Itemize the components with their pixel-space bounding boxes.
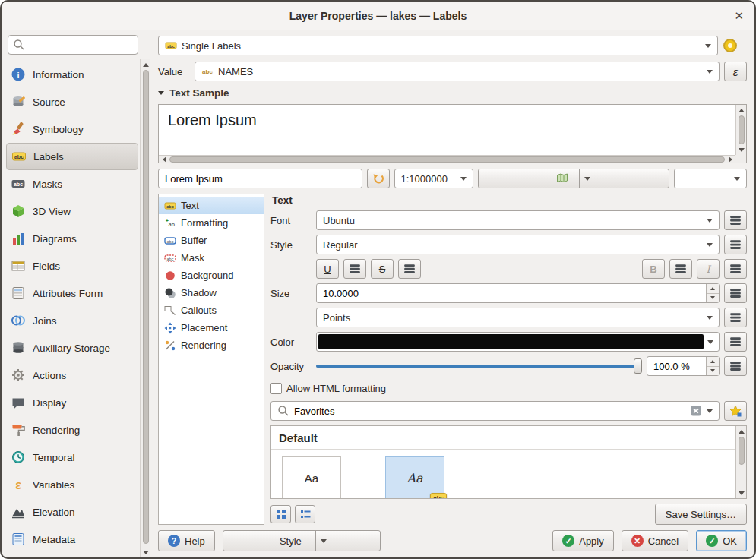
- strikethrough-button[interactable]: S: [371, 259, 394, 279]
- opacity-spinner[interactable]: [647, 356, 720, 376]
- tab-formatting[interactable]: +ab Formatting: [159, 214, 264, 232]
- scroll-down-icon[interactable]: [738, 146, 745, 153]
- font-select[interactable]: Ubuntu: [316, 210, 720, 230]
- automated-placement-settings-button[interactable]: [723, 35, 747, 56]
- tab-callouts[interactable]: Callouts: [159, 302, 264, 319]
- chevron-down-icon[interactable]: [315, 531, 331, 551]
- help-button[interactable]: ? Help: [158, 530, 215, 551]
- value-field-select[interactable]: abc NAMES: [195, 62, 720, 81]
- sidebar-item-source[interactable]: Source: [6, 88, 138, 115]
- sidebar-item-display[interactable]: Display: [6, 389, 138, 416]
- sidebar-item-fields[interactable]: Fields: [6, 252, 138, 280]
- sidebar-item-temporal[interactable]: Temporal: [6, 444, 138, 471]
- sidebar-search-box[interactable]: [8, 35, 138, 55]
- style-card-selected[interactable]: Aa abc: [385, 456, 444, 498]
- sidebar-item-elevation[interactable]: Elevation: [6, 498, 138, 526]
- reset-sample-button[interactable]: [367, 169, 390, 188]
- sidebar-item-joins[interactable]: Joins: [6, 307, 138, 334]
- scrollbar-thumb[interactable]: [739, 437, 745, 465]
- spin-down-icon[interactable]: [707, 366, 719, 376]
- scroll-up-icon[interactable]: [142, 61, 150, 68]
- opacity-override-button[interactable]: [724, 356, 747, 376]
- spin-up-icon[interactable]: [707, 357, 719, 366]
- opacity-slider[interactable]: [316, 356, 642, 376]
- style-menu-button[interactable]: Style: [223, 530, 381, 551]
- font-style-select[interactable]: Regular: [316, 235, 720, 254]
- spin-down-icon[interactable]: [707, 293, 719, 303]
- scroll-down-icon[interactable]: [738, 489, 745, 497]
- sample-scale-select[interactable]: 1:1000000: [394, 169, 473, 188]
- preview-vertical-scrollbar[interactable]: [735, 105, 746, 155]
- scrollbar-thumb[interactable]: [169, 156, 725, 163]
- text-sample-section-header[interactable]: Text Sample: [158, 87, 747, 99]
- tab-shadow[interactable]: Shadow: [159, 284, 264, 302]
- bold-override-button[interactable]: [669, 259, 692, 279]
- sidebar-item-metadata[interactable]: Metadata: [6, 526, 138, 553]
- size-input[interactable]: [316, 283, 720, 303]
- tab-buffer[interactable]: abc Buffer: [159, 232, 264, 249]
- italic-override-button[interactable]: [724, 259, 747, 279]
- tab-background[interactable]: Background: [159, 267, 264, 284]
- italic-button[interactable]: I: [697, 259, 720, 279]
- chevron-down-icon[interactable]: [704, 340, 717, 344]
- spin-up-icon[interactable]: [707, 284, 719, 293]
- scrollbar-thumb[interactable]: [739, 115, 745, 144]
- scroll-left-icon[interactable]: [160, 156, 168, 163]
- sidebar-item-variables[interactable]: ε Variables: [6, 471, 138, 498]
- cancel-button[interactable]: ✕ Cancel: [622, 530, 688, 551]
- close-button[interactable]: ✕: [734, 9, 744, 23]
- chevron-down-icon[interactable]: [579, 169, 595, 188]
- scroll-up-icon[interactable]: [738, 428, 745, 435]
- titlebar[interactable]: Layer Properties — lakes — Labels ✕: [2, 2, 754, 30]
- scroll-up-icon[interactable]: [738, 106, 745, 114]
- tab-rendering[interactable]: Rendering: [159, 336, 264, 354]
- sidebar-item-attributes-form[interactable]: Attributes Form: [6, 280, 138, 307]
- sidebar-item-information[interactable]: i Information: [6, 61, 138, 88]
- underline-override-button[interactable]: [343, 259, 366, 279]
- size-override-button[interactable]: [724, 283, 747, 303]
- label-mode-select[interactable]: abc Single Labels: [158, 36, 718, 55]
- sidebar-scrollbar[interactable]: [140, 59, 150, 557]
- scroll-right-icon[interactable]: [726, 156, 734, 163]
- style-manager-button[interactable]: [724, 401, 747, 421]
- sample-text-input[interactable]: [158, 169, 362, 188]
- size-spinner[interactable]: [316, 283, 720, 303]
- sidebar-item-actions[interactable]: Actions: [6, 362, 138, 389]
- preview-horizontal-scrollbar[interactable]: [159, 155, 735, 163]
- tab-text[interactable]: abc Text: [159, 197, 264, 214]
- size-unit-select[interactable]: Points: [316, 308, 720, 327]
- scrollbar-thumb[interactable]: [143, 70, 149, 544]
- sidebar-item-masks[interactable]: abc Masks: [6, 170, 138, 197]
- preview-background-select[interactable]: [674, 169, 747, 188]
- tab-mask[interactable]: abc Mask: [159, 249, 264, 267]
- style-search-input[interactable]: [294, 406, 685, 417]
- style-card-default[interactable]: Aa: [282, 456, 341, 498]
- sidebar-item-diagrams[interactable]: Diagrams: [6, 225, 138, 252]
- unit-override-button[interactable]: [724, 308, 747, 327]
- font-override-button[interactable]: [724, 210, 747, 230]
- slider-handle[interactable]: [634, 358, 642, 374]
- sidebar-item-auxiliary-storage[interactable]: Auxiliary Storage: [6, 334, 138, 362]
- expression-builder-button[interactable]: ε: [724, 62, 747, 81]
- sidebar-item-labels[interactable]: abc Labels: [6, 143, 138, 170]
- sidebar-item-rendering[interactable]: Rendering: [6, 416, 138, 444]
- styles-scrollbar[interactable]: [735, 426, 746, 498]
- strikethrough-override-button[interactable]: [398, 259, 421, 279]
- style-search-combo[interactable]: [270, 401, 720, 421]
- style-override-button[interactable]: [724, 235, 747, 254]
- color-override-button[interactable]: [724, 332, 747, 352]
- scroll-down-icon[interactable]: [142, 548, 150, 556]
- list-view-button[interactable]: [295, 505, 315, 523]
- clear-search-icon[interactable]: [690, 405, 702, 417]
- sidebar-item-3d-view[interactable]: 3D View: [6, 197, 138, 225]
- allow-html-checkbox[interactable]: [270, 383, 282, 394]
- tab-placement[interactable]: Placement: [159, 319, 264, 336]
- apply-button[interactable]: ✓ Apply: [552, 530, 614, 551]
- sidebar-item-symbology[interactable]: Symbology: [6, 115, 138, 143]
- bold-button[interactable]: B: [642, 259, 665, 279]
- save-settings-button[interactable]: Save Settings…: [655, 504, 747, 525]
- ok-button[interactable]: ✓ OK: [696, 530, 747, 551]
- underline-button[interactable]: U: [316, 259, 339, 279]
- icon-view-button[interactable]: [270, 505, 291, 523]
- text-color-button[interactable]: [316, 332, 720, 352]
